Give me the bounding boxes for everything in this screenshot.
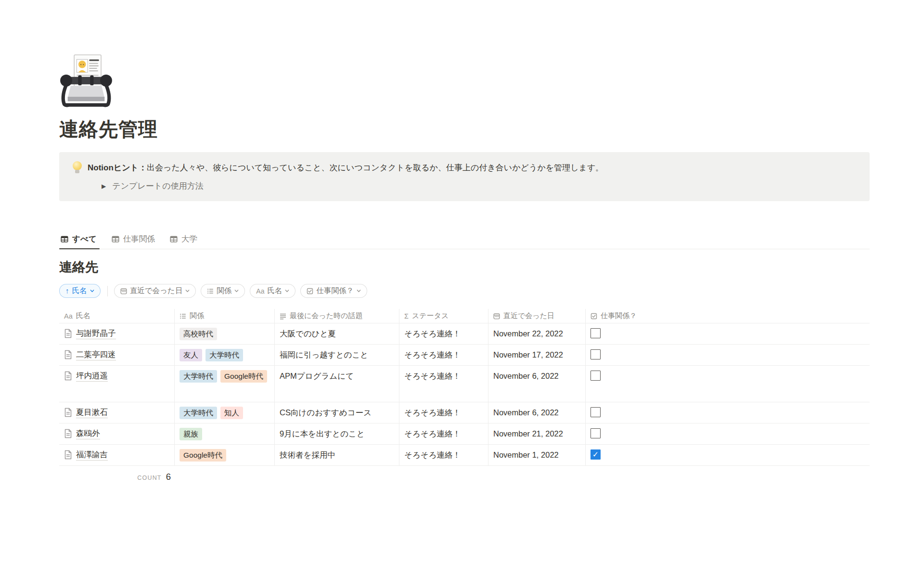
column-header-name[interactable]: Aa 氏名 [59, 309, 175, 323]
relation-tag: Google時代 [220, 370, 267, 383]
filter-chip-name[interactable]: Aa 氏名 [250, 284, 295, 298]
contact-name[interactable]: 坪内逍遥 [76, 370, 108, 382]
lightbulb-icon [71, 161, 84, 174]
status-cell[interactable]: そろそろ連絡！ [399, 402, 488, 423]
relation-tag: 友人 [180, 349, 202, 361]
work-checkbox[interactable] [590, 428, 601, 438]
column-header-topic[interactable]: 最後に会った時の話題 [275, 309, 399, 323]
filter-chip-label: 氏名 [267, 286, 282, 296]
table-view-icon [112, 235, 119, 243]
column-label: 仕事関係？ [601, 311, 637, 321]
callout-title: Notionヒント： [88, 163, 147, 172]
status-cell[interactable]: そろそろ連絡！ [399, 445, 488, 465]
relation-tag: 大学時代 [205, 349, 243, 361]
contact-name[interactable]: 与謝野晶子 [76, 328, 116, 339]
work-checkbox[interactable] [590, 371, 601, 381]
status-cell[interactable]: そろそろ連絡！ [399, 423, 488, 444]
table-view-icon [61, 235, 68, 243]
page-content: 連絡先管理 Notionヒント：出会った人々や、彼らについて知っていること、次に… [59, 54, 870, 482]
column-label: 関係 [190, 311, 204, 321]
rolodex-icon [59, 54, 113, 110]
relation-cell[interactable]: 親族 [175, 423, 275, 444]
contact-name[interactable]: 森鴎外 [76, 428, 100, 439]
work-cell [586, 366, 870, 402]
formula-sigma-icon: Σ [404, 312, 409, 320]
column-label: 氏名 [76, 311, 90, 321]
filter-chip-relation[interactable]: 関係 [201, 284, 245, 298]
page-icon-rolodex[interactable] [59, 54, 113, 110]
table-row: 坪内逍遥 大学時代 Google時代 APMプログラムにて そろそろ連絡！ No… [59, 366, 870, 402]
relation-cell[interactable]: 友人 大学時代 [175, 345, 275, 365]
date-cell[interactable]: November 6, 2022 [488, 402, 586, 423]
table-row: 夏目漱石 大学時代 知人 CS向けのおすすめコース そろそろ連絡！ Novemb… [59, 402, 870, 423]
date-cell[interactable]: November 17, 2022 [488, 345, 586, 365]
status-cell[interactable]: そろそろ連絡！ [399, 345, 488, 365]
status-cell[interactable]: そろそろ連絡！ [399, 323, 488, 344]
filter-chip-last-met[interactable]: 直近で会った日 [114, 284, 196, 298]
tab-work[interactable]: 仕事関係 [110, 234, 158, 249]
count-label: COUNT [137, 474, 161, 481]
tab-university[interactable]: 大学 [168, 234, 200, 249]
topic-cell[interactable]: 技術者を採用中 [275, 445, 399, 465]
relation-cell[interactable]: Google時代 [175, 445, 275, 465]
table-footer: COUNT 6 [59, 466, 870, 482]
work-checkbox[interactable] [590, 328, 601, 338]
work-checkbox[interactable] [590, 449, 601, 460]
status-cell[interactable]: そろそろ連絡！ [399, 366, 488, 402]
column-header-work-relation[interactable]: 仕事関係？ [586, 309, 870, 323]
contact-name[interactable]: 福澤諭吉 [76, 449, 108, 461]
work-checkbox[interactable] [590, 349, 601, 359]
date-cell[interactable]: November 1, 2022 [488, 445, 586, 465]
relation-cell[interactable]: 高校時代 [175, 323, 275, 344]
tab-label: 仕事関係 [123, 234, 155, 244]
tab-all[interactable]: すべて [59, 234, 100, 249]
view-tabs: すべて 仕事関係 大学 [59, 233, 870, 249]
name-cell[interactable]: 坪内逍遥 [59, 366, 175, 402]
topic-cell[interactable]: 福岡に引っ越すとのこと [275, 345, 399, 365]
relation-tag: 大学時代 [180, 370, 217, 383]
count-calculation[interactable]: COUNT 6 [59, 466, 175, 482]
name-cell[interactable]: 与謝野晶子 [59, 323, 175, 344]
callout-text: Notionヒント：出会った人々や、彼らについて知っていること、次にいつコンタク… [88, 162, 603, 174]
table-row: 与謝野晶子 高校時代 大阪でのひと夏 そろそろ連絡！ November 22, … [59, 323, 870, 345]
page-title[interactable]: 連絡先管理 [59, 117, 870, 141]
date-cell[interactable]: November 22, 2022 [488, 323, 586, 344]
relation-cell[interactable]: 大学時代 Google時代 [175, 366, 275, 402]
filter-chip-work-relation[interactable]: 仕事関係？ [300, 284, 367, 298]
contact-name[interactable]: 夏目漱石 [76, 407, 108, 418]
filter-chip-label: 直近で会った日 [130, 286, 183, 296]
text-type-icon: Aa [64, 312, 73, 320]
work-cell [586, 402, 870, 423]
toggle-label: テンプレートの使用方法 [112, 180, 203, 192]
work-checkbox[interactable] [590, 407, 601, 417]
relation-tag: 親族 [180, 428, 202, 440]
name-cell[interactable]: 二葉亭四迷 [59, 345, 175, 365]
database-title: 連絡先 [59, 258, 870, 276]
page-icon [64, 450, 72, 460]
relation-tag: Google時代 [180, 449, 226, 462]
tab-label: 大学 [181, 234, 197, 244]
topic-cell[interactable]: 大阪でのひと夏 [275, 323, 399, 344]
table-header: Aa 氏名 関係 最後に会った時の話題 Σ ステータス 直近で会った日 仕事 [59, 309, 870, 323]
column-header-relation[interactable]: 関係 [175, 309, 275, 323]
relation-cell[interactable]: 大学時代 知人 [175, 402, 275, 423]
topic-cell[interactable]: CS向けのおすすめコース [275, 402, 399, 423]
name-cell[interactable]: 森鴎外 [59, 423, 175, 444]
date-cell[interactable]: November 6, 2022 [488, 366, 586, 402]
date-cell[interactable]: November 21, 2022 [488, 423, 586, 444]
chip-divider [107, 286, 108, 296]
column-header-last-met[interactable]: 直近で会った日 [488, 309, 586, 323]
name-cell[interactable]: 福澤諭吉 [59, 445, 175, 465]
contact-name[interactable]: 二葉亭四迷 [76, 349, 116, 360]
work-cell [586, 323, 870, 344]
topic-cell[interactable]: APMプログラムにて [275, 366, 399, 402]
hint-callout: Notionヒント：出会った人々や、彼らについて知っていること、次にいつコンタク… [59, 152, 870, 201]
template-usage-toggle[interactable]: ▶ テンプレートの使用方法 [102, 180, 858, 192]
sort-chip-name[interactable]: ↑ 氏名 [59, 284, 101, 298]
page-icon [64, 329, 72, 338]
topic-cell[interactable]: 9月に本を出すとのこと [275, 423, 399, 444]
contacts-table: Aa 氏名 関係 最後に会った時の話題 Σ ステータス 直近で会った日 仕事 [59, 309, 870, 482]
name-cell[interactable]: 夏目漱石 [59, 402, 175, 423]
chevron-down-icon [185, 289, 190, 293]
column-header-status[interactable]: Σ ステータス [399, 309, 488, 323]
